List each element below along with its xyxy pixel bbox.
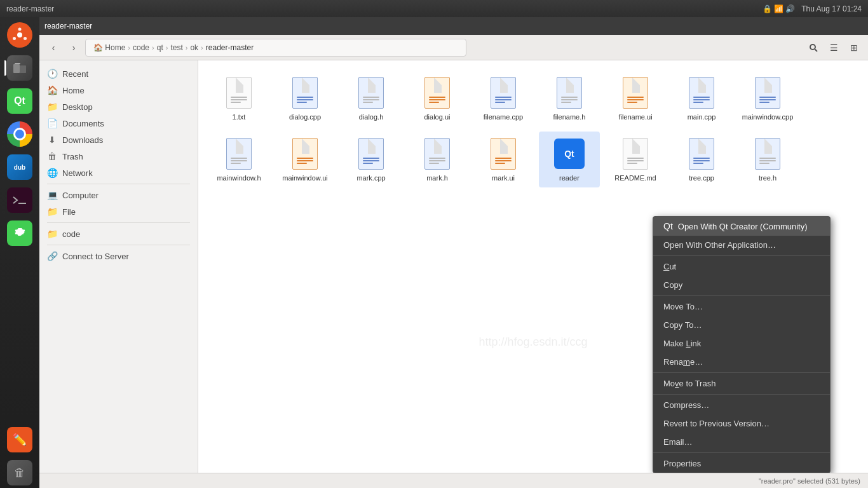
sidebar-item-connect[interactable]: 🔗 Connect to Server <box>39 248 198 264</box>
sidebar-item-documents[interactable]: 📄 Documents <box>39 115 198 132</box>
connect-icon: 🔗 <box>47 251 57 261</box>
code-icon: 📁 <box>47 229 57 239</box>
ctx-open-qt[interactable]: Qt Open With Qt Creator (Community) <box>653 217 830 236</box>
ctx-revert-label: Revert to Previous Version… <box>663 419 770 428</box>
file-item-tree-h[interactable]: tree.h <box>737 132 798 187</box>
dock-item-files[interactable] <box>4 53 35 83</box>
ctx-revert[interactable]: Revert to Previous Version… <box>653 414 830 433</box>
ctx-copy[interactable]: Copy <box>653 276 830 294</box>
breadcrumb-reader-master[interactable]: reader-master <box>203 43 256 52</box>
titlebar-title: reader-master <box>44 22 92 30</box>
file-item-filename-ui[interactable]: filename.ui <box>605 71 666 126</box>
sidebar-item-recent[interactable]: 🕐 Recent <box>39 65 198 82</box>
file-name-mainwindow-cpp: mainwindow.cpp <box>742 113 794 121</box>
ctx-copy-label: Copy <box>663 280 682 290</box>
file-item-readme[interactable]: README.md <box>605 132 666 187</box>
svg-point-9 <box>810 44 815 50</box>
ctx-sep-4 <box>653 394 830 395</box>
ctx-cut[interactable]: Cut <box>653 257 830 276</box>
file-icon-tree-h <box>752 136 783 172</box>
sidebar-item-file[interactable]: 📁 File <box>39 203 198 220</box>
dock-item-terminal[interactable] <box>4 185 35 215</box>
sidebar-item-network[interactable]: 🌐 Network <box>39 165 198 181</box>
file-item-filename-cpp[interactable]: filename.cpp <box>473 71 534 126</box>
file-icon-dialog-h <box>356 75 386 111</box>
dock-item-trash[interactable]: 🗑 <box>4 458 35 488</box>
file-item-1txt[interactable]: 1.txt <box>208 71 269 126</box>
dock-item-pencil[interactable]: ✏️ <box>4 424 35 455</box>
pencil-icon: ✏️ <box>7 427 32 452</box>
ctx-rename[interactable]: Rename… <box>653 353 830 371</box>
breadcrumb-qt[interactable]: qt <box>154 43 166 52</box>
ctx-move-to[interactable]: Move To… <box>653 297 830 316</box>
sidebar-item-code[interactable]: 📁 code <box>39 226 198 242</box>
file-item-mark-ui[interactable]: mark.ui <box>473 132 534 187</box>
back-button[interactable]: ‹ <box>44 39 62 57</box>
file-item-mainwindow-ui[interactable]: mainwindow.ui <box>275 132 336 187</box>
view-grid-button[interactable]: ⊞ <box>845 39 863 57</box>
file-item-dialog-cpp[interactable]: dialog.cpp <box>275 71 336 126</box>
view-list-button[interactable]: ☰ <box>825 39 843 57</box>
watermark: http://hfog.esdn.it/ccg <box>478 336 587 349</box>
system-icons: 🔒 📶 🔊 <box>763 4 796 13</box>
ctx-move-trash[interactable]: Move to Trash <box>653 374 830 393</box>
file-item-tree-cpp[interactable]: tree.cpp <box>671 132 732 187</box>
file-item-main-cpp[interactable]: main.cpp <box>671 71 732 126</box>
ctx-cut-label: Cut <box>663 262 676 271</box>
file-name-mainwindow-h: mainwindow.h <box>217 174 261 182</box>
file-name-dialog-h: dialog.h <box>359 113 384 121</box>
statusbar: "reader.pro" selected (531 bytes) <box>39 473 868 488</box>
svg-rect-6 <box>20 65 26 73</box>
breadcrumb-test[interactable]: test <box>168 43 185 52</box>
svg-point-0 <box>17 32 22 37</box>
file-item-dialog-h[interactable]: dialog.h <box>341 71 402 126</box>
documents-icon: 📄 <box>47 118 57 128</box>
sidebar-divider-2 <box>47 222 190 223</box>
ctx-properties[interactable]: Properties <box>653 454 830 473</box>
file-name-mark-h: mark.h <box>426 174 448 182</box>
computer-icon: 💻 <box>47 190 57 200</box>
ctx-sep-1 <box>653 255 830 256</box>
ctx-sep-5 <box>653 452 830 453</box>
breadcrumb-code[interactable]: code <box>130 43 152 52</box>
ctx-copy-to[interactable]: Copy To… <box>653 316 830 334</box>
dock-item-chrome[interactable] <box>4 119 35 149</box>
file-icon-reader: Qt <box>554 136 585 172</box>
sidebar-item-home[interactable]: 🏠 Home <box>39 82 198 98</box>
file-item-mainwindow-cpp[interactable]: mainwindow.cpp <box>737 71 798 126</box>
sidebar-item-trash[interactable]: 🗑 Trash <box>39 148 198 165</box>
file-name-readme: README.md <box>614 174 656 182</box>
dock-item-ubuntu[interactable] <box>4 20 35 50</box>
file-name-mainwindow-ui: mainwindow.ui <box>282 174 328 182</box>
file-name-filename-ui: filename.ui <box>618 113 652 121</box>
ctx-make-link[interactable]: Make Link <box>653 334 830 353</box>
file-name-filename-cpp: filename.cpp <box>484 113 523 121</box>
ctx-rename-label: Rename… <box>663 357 703 367</box>
breadcrumb-home[interactable]: 🏠 Home <box>91 43 128 52</box>
forward-button[interactable]: › <box>65 39 83 57</box>
ctx-open-other[interactable]: Open With Other Application… <box>653 236 830 254</box>
ctx-email[interactable]: Email… <box>653 433 830 451</box>
dock-item-dub[interactable]: dub <box>4 152 35 182</box>
sidebar-label-file: File <box>62 207 76 217</box>
breadcrumb-ok[interactable]: ok <box>187 43 201 52</box>
sidebar-item-desktop[interactable]: 📁 Desktop <box>39 98 198 115</box>
content-area: 🕐 Recent 🏠 Home 📁 Desktop 📄 Documents ⬇ <box>39 60 868 473</box>
file-icon-mainwindow-ui <box>290 136 320 172</box>
file-icon-filename-ui <box>620 75 651 111</box>
ctx-properties-label: Properties <box>663 459 701 468</box>
sidebar-item-computer[interactable]: 💻 Computer <box>39 187 198 203</box>
dock-item-gear[interactable] <box>4 218 35 248</box>
file-item-filename-h[interactable]: filename.h <box>539 71 600 126</box>
recent-icon: 🕐 <box>47 69 57 79</box>
dock-item-qt[interactable]: Qt <box>4 86 35 116</box>
file-item-reader[interactable]: Qt reader <box>539 132 600 187</box>
file-item-mainwindow-h[interactable]: mainwindow.h <box>208 132 269 187</box>
file-item-mark-h[interactable]: mark.h <box>407 132 468 187</box>
sidebar-item-downloads[interactable]: ⬇ Downloads <box>39 132 198 148</box>
file-item-mark-cpp[interactable]: mark.cpp <box>341 132 402 187</box>
search-button[interactable] <box>804 39 822 57</box>
ctx-compress[interactable]: Compress… <box>653 396 830 414</box>
file-item-dialog-ui[interactable]: dialog.ui <box>407 71 468 126</box>
svg-rect-5 <box>15 63 20 64</box>
